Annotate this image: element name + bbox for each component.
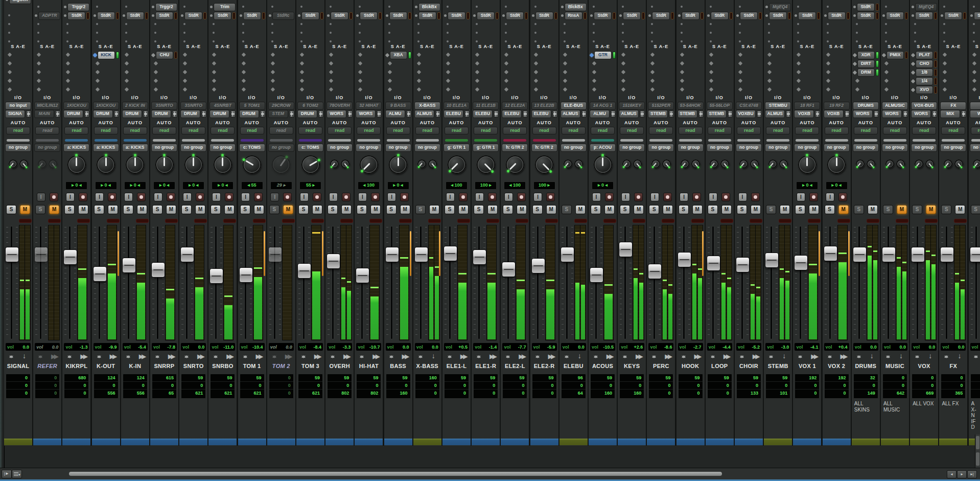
nudge-up-down-icon[interactable] <box>768 353 774 360</box>
input-path-button[interactable]: 6 TOM2 <box>297 102 323 110</box>
mute-button[interactable]: M <box>780 205 790 214</box>
track-comment[interactable]: A X- N IF D <box>971 401 980 430</box>
channel-value[interactable]: 0 <box>795 390 819 397</box>
automation-mode-button[interactable]: read <box>854 127 878 134</box>
nudge-up-down-icon[interactable] <box>155 353 160 360</box>
empty-send-icon[interactable] <box>504 70 508 74</box>
group-button[interactable]: g: GTR 1 <box>473 144 499 152</box>
fader-track[interactable] <box>741 226 743 339</box>
automation-mode-button[interactable]: read <box>766 127 790 134</box>
pan-knob[interactable] <box>925 159 934 168</box>
vertical-scrollbar[interactable] <box>975 434 980 469</box>
volume-display[interactable]: vol-7.8 <box>152 343 177 351</box>
insert-enable-dot[interactable] <box>152 14 154 17</box>
automation-mode-button[interactable]: read <box>298 127 322 134</box>
pan-value[interactable]: ▸ 0 ◂ <box>182 181 204 190</box>
empty-insert-dot[interactable] <box>827 32 829 34</box>
pan-knob[interactable] <box>973 159 980 168</box>
input-path-button[interactable]: 1KICKOU <box>63 102 89 110</box>
empty-send-icon[interactable] <box>8 87 12 91</box>
clip-indicator[interactable] <box>720 219 733 223</box>
send-button[interactable]: XVO <box>916 86 933 94</box>
channel-value[interactable]: 0 <box>649 390 673 397</box>
solo-button[interactable]: S <box>766 205 776 214</box>
output-path-button[interactable]: DRUM <box>297 110 317 118</box>
send-assign-icon[interactable] <box>590 53 594 57</box>
insert-button[interactable]: StdR <box>623 12 641 20</box>
empty-send-icon[interactable] <box>125 79 129 83</box>
insert-enable-dot[interactable] <box>210 14 213 17</box>
empty-insert-dot[interactable] <box>534 40 536 42</box>
input-monitor-button[interactable]: I <box>592 193 601 201</box>
empty-send-icon[interactable] <box>563 53 567 57</box>
empty-insert-dot[interactable] <box>856 32 858 34</box>
mute-button[interactable]: M <box>809 205 819 214</box>
channel-value[interactable]: 0 <box>971 374 980 382</box>
automation-mode-button[interactable]: read <box>152 127 176 134</box>
solo-button[interactable]: S <box>386 205 396 214</box>
empty-send-icon[interactable] <box>125 53 129 57</box>
record-enable-button[interactable] <box>605 193 614 201</box>
nudge-up-down-icon[interactable] <box>9 353 14 360</box>
channel-value[interactable]: 0 <box>854 382 878 390</box>
empty-send-icon[interactable] <box>95 79 99 83</box>
fader-track[interactable] <box>683 226 685 339</box>
fader-handle[interactable] <box>209 268 223 284</box>
insert-button[interactable]: Trim <box>214 3 236 11</box>
solo-button[interactable]: S <box>152 205 162 214</box>
pan-value[interactable]: ◂ 100 <box>504 181 526 190</box>
insert-enable-dot[interactable] <box>824 14 827 17</box>
track-name[interactable]: TOM 3 <box>296 363 324 369</box>
group-button[interactable]: no group <box>794 144 820 152</box>
channel-value[interactable]: 59 <box>474 374 498 382</box>
horizontal-scrollbar-thumb[interactable] <box>69 472 722 476</box>
empty-send-icon[interactable] <box>504 53 508 57</box>
group-button[interactable]: no group <box>824 144 850 152</box>
channel-value[interactable]: 64 <box>562 390 586 397</box>
input-path-button[interactable]: 3SNRTO <box>180 102 206 110</box>
empty-send-icon[interactable] <box>358 61 362 65</box>
mute-button[interactable]: M <box>868 205 878 214</box>
input-path-button[interactable]: 55-56LOP <box>707 102 733 110</box>
channel-value[interactable]: 160 <box>591 390 615 397</box>
channel-value[interactable]: 65 <box>152 390 176 397</box>
solo-button[interactable]: S <box>912 205 922 214</box>
empty-send-icon[interactable] <box>826 70 830 74</box>
insert-button[interactable]: Trggr2 <box>155 3 177 11</box>
empty-insert-dot[interactable] <box>417 40 419 42</box>
solo-button[interactable]: S <box>591 205 601 214</box>
output-window-icon[interactable] <box>640 110 645 118</box>
fader-handle[interactable] <box>531 258 545 273</box>
automation-mode-button[interactable]: read <box>415 127 439 134</box>
empty-send-icon[interactable] <box>855 87 859 91</box>
track-name[interactable]: ELE1-R <box>472 363 500 369</box>
insert-enable-dot[interactable] <box>473 14 476 17</box>
nudge-up-down-icon[interactable] <box>476 353 481 360</box>
send-button[interactable]: 1/8 <box>916 68 933 77</box>
channel-value[interactable]: 0 <box>591 382 615 390</box>
output-path-button[interactable]: SIGNA <box>5 110 25 118</box>
solo-button[interactable]: S <box>825 205 835 214</box>
output-path-button[interactable]: WORS <box>356 110 376 118</box>
insert-enable-dot[interactable] <box>882 14 885 17</box>
empty-insert-dot[interactable] <box>96 32 98 34</box>
input-monitor-button[interactable]: I <box>621 193 630 201</box>
volume-display[interactable]: vol-5.9 <box>532 343 557 351</box>
empty-insert-dot[interactable] <box>681 40 683 42</box>
insert-enable-dot[interactable] <box>415 14 417 17</box>
insert-enable-dot[interactable] <box>123 14 125 17</box>
channel-value[interactable]: 0 <box>181 382 205 390</box>
automation-mode-button[interactable]: read <box>620 127 644 134</box>
solo-button[interactable]: S <box>269 205 279 214</box>
fader-handle[interactable] <box>414 247 428 262</box>
volume-display[interactable]: vol+0.4 <box>824 343 849 351</box>
output-window-icon[interactable] <box>435 110 440 118</box>
insert-enable-dot[interactable] <box>619 14 622 17</box>
record-enable-button[interactable] <box>137 193 146 201</box>
insert-button[interactable]: StdR <box>97 12 115 20</box>
empty-send-icon[interactable] <box>650 53 655 57</box>
fader-track[interactable] <box>800 226 801 339</box>
nudge-up-down-icon[interactable] <box>827 353 832 360</box>
insert-button[interactable]: StdRc <box>272 12 294 20</box>
empty-send-icon[interactable] <box>212 79 216 83</box>
